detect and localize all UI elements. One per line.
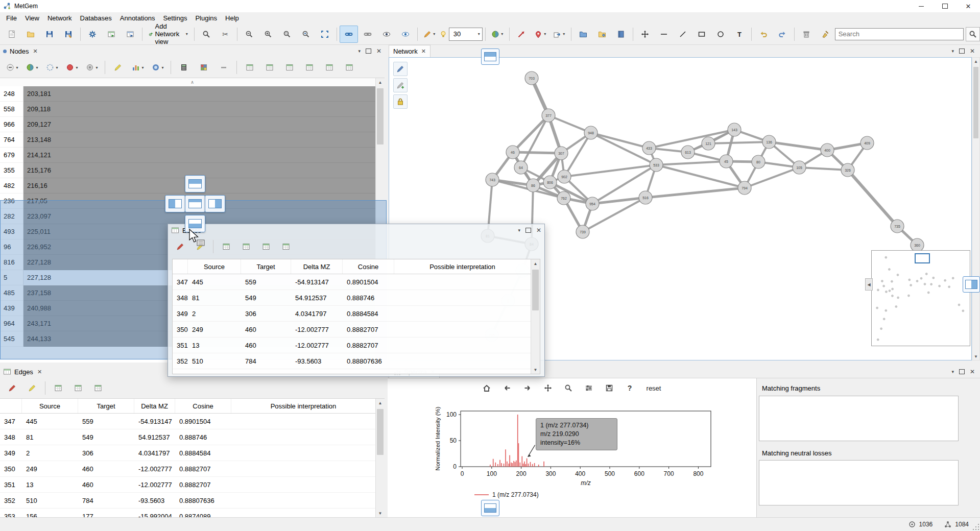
column-header-possible-interpretation[interactable]: Possible interpretation [394,259,531,274]
zoom-fit-button[interactable] [316,26,334,43]
edges-cell[interactable] [394,274,531,289]
edges-cell[interactable]: 249 [188,322,241,337]
search-button[interactable] [966,27,980,41]
edges-cell[interactable]: 0.888746 [175,429,231,445]
view-database-button[interactable] [593,26,611,43]
edges-cell[interactable]: 177 [78,509,134,517]
edges-cell[interactable]: 460 [78,461,134,476]
yellow-pen-button[interactable] [109,59,127,76]
edges-cell[interactable] [231,429,376,445]
minimap[interactable]: ◀ [871,250,970,346]
edges-cell[interactable]: 81 [188,290,241,305]
edges-cell[interactable]: 559 [241,274,291,289]
column-header-index[interactable] [173,259,188,274]
add-annotation-button[interactable] [393,78,408,92]
graph-edge[interactable] [564,165,656,177]
menu-item-view[interactable]: View [21,13,43,23]
graph-edge[interactable] [708,142,769,143]
floating-dock-float-icon[interactable] [525,228,531,233]
table-view-3-button[interactable] [257,238,275,255]
edges-cell[interactable]: 460 [78,477,134,492]
edges-table-row[interactable]: 34923064.03417970.8884584 [173,306,531,322]
floating-dock-close-icon[interactable]: ✕ [536,227,541,234]
table-view-2-button[interactable] [237,238,255,255]
draw-text-button[interactable]: T [730,26,749,43]
graph-edge[interactable] [649,130,734,148]
node-mz-cell[interactable]: 209,127 [23,117,376,132]
edges-cell[interactable]: 784 [241,353,291,369]
node-mz-cell[interactable]: 203,181 [23,86,376,102]
node-color-button[interactable]: ▾ [23,59,41,76]
edges-cell[interactable]: 306 [241,306,291,321]
edges-cell[interactable]: 54.912537 [291,290,343,305]
edges-cell[interactable]: 347 [173,274,188,289]
save-project-as-button[interactable] [59,26,78,43]
table-view-3-button[interactable] [89,379,107,397]
dock-guide-right[interactable] [205,195,225,212]
open-project-button[interactable] [21,26,40,43]
edges-cell[interactable]: -12.002777 [291,322,343,337]
edges-cell[interactable]: -12.002777 [134,477,175,492]
nodes-table-header[interactable]: ∧ [0,78,385,87]
dock-indicator-bottom[interactable] [481,500,499,516]
screenshot-button[interactable]: ✂ [216,26,234,43]
reset-button[interactable]: reset [643,383,664,393]
edges-table-row[interactable]: 3488154954.9125370.888746 [0,429,376,445]
edges-cell[interactable]: 0.8874089 [343,369,394,374]
edges-table-row[interactable]: 353156177-15.9920040.8874089 [173,369,531,374]
chart-column-button[interactable]: ▾ [129,59,147,76]
nodes-dock-close-icon[interactable]: ✕ [376,47,381,55]
edges-table-row[interactable]: 353156177-15.9920040.8874089 [0,509,376,517]
edges-cell[interactable] [231,445,376,461]
edges-cell[interactable]: 559 [78,414,134,429]
menu-item-file[interactable]: File [2,13,21,23]
edges-cell[interactable]: 0.8874089 [175,509,231,517]
nodes-table-row[interactable]: 679214,121 [0,148,376,163]
node-id-cell[interactable]: 482 [0,178,23,194]
collapse-button[interactable] [214,59,233,76]
edges-cell[interactable]: -54.913147 [134,414,175,429]
node-mz-cell[interactable]: 214,121 [23,148,376,163]
edges-cell[interactable]: 347 [0,414,22,429]
table-view-5-button[interactable] [320,59,339,76]
show-selected-button[interactable] [396,26,415,43]
edges-cell[interactable]: 0.88807636 [175,493,231,508]
edges-cell[interactable]: -15.992004 [291,369,343,374]
link-nodes-button[interactable] [340,26,358,43]
node-mz-cell[interactable]: 209,118 [23,102,376,117]
edges-cell[interactable]: 352 [0,493,22,508]
pin-nodes-button[interactable]: ▾ [531,26,549,43]
edges-cell[interactable]: 353 [0,509,22,517]
nodes-table-row[interactable]: 248203,181 [0,86,376,102]
edges-cell[interactable]: 177 [241,369,291,374]
network-tab-close-icon[interactable]: ✕ [421,48,426,55]
edges-cell[interactable] [394,322,531,337]
edges-cell[interactable]: 445 [188,274,241,289]
edges-cell[interactable]: 348 [0,429,22,445]
edges-table-row[interactable]: 35113460-12.0027770.8882707 [0,477,376,493]
column-header-delta-mz[interactable]: Delta MZ [291,259,343,274]
edges-cell[interactable]: -93.5603 [134,493,175,508]
edit-annotations-button[interactable] [393,62,408,76]
column-header-delta-mz[interactable]: Delta MZ [134,399,175,413]
edges-cell[interactable]: -54.913147 [291,274,343,289]
draw-rect-button[interactable] [692,26,711,43]
edges-table-row[interactable]: 350249460-12.0027770.8882707 [173,322,531,337]
draw-diagonal-button[interactable] [674,26,692,43]
graph-edge[interactable] [564,133,591,177]
table-view-1-button[interactable] [241,59,259,76]
minimize-button[interactable] [910,0,933,12]
forward-button[interactable] [521,381,534,395]
edges-cell[interactable] [394,369,531,374]
edges-cell[interactable] [231,461,376,476]
dock-indicator-top[interactable] [481,49,499,65]
scroll-down-icon[interactable]: ▼ [531,366,540,374]
edges-cell[interactable]: 0.88807636 [343,353,394,369]
menu-item-plugins[interactable]: Plugins [191,13,221,23]
zoom-out-button[interactable] [240,26,258,43]
node-id-cell[interactable]: 679 [0,148,23,163]
lock-annotations-button[interactable] [393,94,408,109]
edges-cell[interactable]: 549 [241,290,291,305]
arrow-tool-button[interactable] [512,26,531,43]
edges-cell[interactable]: 0.8884584 [175,445,231,461]
